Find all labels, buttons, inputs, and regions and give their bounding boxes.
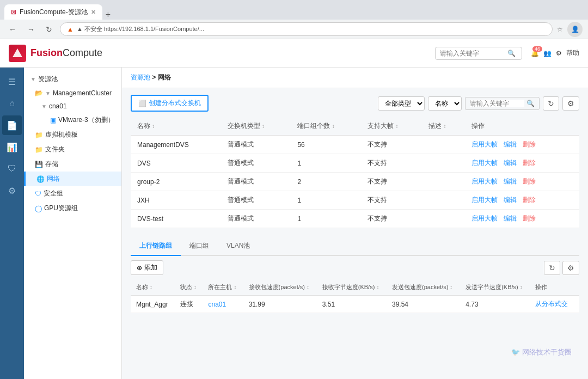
- sidebar-gear-icon[interactable]: ⚙: [2, 181, 22, 200]
- add-label: 添加: [144, 263, 157, 272]
- tab-close-button[interactable]: ✕: [91, 9, 96, 16]
- tab-uplink[interactable]: 上行链路组: [131, 237, 181, 256]
- nav-gpu[interactable]: ◯ GPU资源组: [24, 201, 121, 216]
- bcol-rx-byte: 接收字节速度(KB/s) ↕: [317, 279, 387, 296]
- nav-cna01-label: cna01: [49, 102, 67, 110]
- forward-button[interactable]: →: [24, 23, 38, 36]
- header-search-box[interactable]: 🔍: [435, 47, 522, 60]
- cell-type: 普通模式: [221, 154, 291, 173]
- breadcrumb-parent[interactable]: 资源池: [131, 74, 150, 81]
- keyword-search-box[interactable]: 🔍: [465, 97, 540, 110]
- cell-type: 普通模式: [221, 173, 291, 191]
- header-search-area: 🔍: [435, 47, 522, 60]
- nav-folder[interactable]: 📁 文件夹: [24, 142, 121, 157]
- search-magnifier-icon[interactable]: 🔍: [526, 100, 535, 107]
- settings-bottom-button[interactable]: ⚙: [562, 261, 579, 275]
- cell-ops: 启用大帧 编辑 删除: [465, 210, 579, 228]
- enable-large-frame-link[interactable]: 启用大帧: [471, 140, 498, 148]
- keyword-search-input[interactable]: [470, 100, 524, 107]
- header-search-icon[interactable]: 🔍: [507, 50, 516, 57]
- tab-title: FusionCompute-资源池: [20, 8, 88, 17]
- main-table-header: 名称 ↕ 交换机类型 ↕ 端口组个数 ↕ 支持大帧 ↕ 描述 ↕ 操作: [131, 117, 579, 136]
- host-arrow-icon: ▼: [41, 103, 47, 109]
- cell-desc: [422, 210, 465, 228]
- sort-rxbyte-icon: ↕: [376, 284, 379, 290]
- nav-storage[interactable]: 💾 存储: [24, 157, 121, 172]
- refresh-table-button[interactable]: ↻: [543, 96, 559, 111]
- delete-link[interactable]: 删除: [523, 159, 536, 167]
- delete-link[interactable]: 删除: [523, 196, 536, 204]
- back-button[interactable]: ←: [5, 23, 20, 36]
- nav-network-label: 网络: [47, 174, 60, 184]
- nav-security-group[interactable]: 🛡 安全组: [24, 186, 121, 201]
- bottom-table-body: Mgnt_Aggr 连接 cna01 31.99 3.51 39.54 4.73…: [131, 296, 579, 313]
- nav-management-cluster[interactable]: 📂 ▼ ManagementCluster: [24, 87, 121, 100]
- host-link[interactable]: cna01: [208, 301, 226, 308]
- sort-txpkt-icon: ↕: [450, 284, 452, 290]
- enable-large-frame-link[interactable]: 启用大帧: [471, 178, 498, 185]
- delete-link[interactable]: 删除: [523, 215, 536, 222]
- tab-vlan[interactable]: VLAN池: [218, 237, 259, 256]
- delete-link[interactable]: 删除: [523, 178, 536, 185]
- cell-desc: [422, 191, 465, 210]
- tab-port-group[interactable]: 端口组: [181, 237, 218, 256]
- delete-link[interactable]: 删除: [523, 140, 536, 148]
- cell-ops: 启用大帧 编辑 删除: [465, 173, 579, 191]
- header-search-input[interactable]: [440, 50, 505, 57]
- folder-icon: 📁: [35, 131, 43, 139]
- address-bar[interactable]: ▲ ▲ 不安全 https://192.168.1.1/FusionComput…: [60, 22, 553, 36]
- edit-link[interactable]: 编辑: [504, 196, 517, 204]
- cell-ports: 1: [291, 154, 361, 173]
- notification-icon-area[interactable]: 🔔 46: [531, 50, 539, 57]
- breadcrumb-current: 网络: [158, 74, 171, 81]
- edit-link[interactable]: 编辑: [504, 159, 517, 167]
- profile-button[interactable]: 👤: [567, 22, 583, 37]
- sort-name-icon: ↕: [152, 123, 155, 129]
- help-button[interactable]: 帮助: [566, 48, 579, 58]
- enable-large-frame-link[interactable]: 启用大帧: [471, 215, 498, 222]
- bookmark-button[interactable]: ☆: [557, 26, 563, 33]
- sidebar-resource-icon[interactable]: 📄: [2, 115, 22, 135]
- sidebar-shield-icon[interactable]: 🛡: [2, 159, 22, 179]
- bcol-host: 所在主机 ↕: [203, 279, 243, 296]
- bottom-table: 名称 ↕ 状态 ↕ 所在主机 ↕ 接收包速度(packet/s) ↕ 接收字节速…: [131, 279, 579, 313]
- storage-icon: 💾: [35, 161, 43, 168]
- nav-network[interactable]: 🌐 网络: [24, 172, 121, 186]
- cell-type: 普通模式: [221, 191, 291, 210]
- main-content: 资源池 > 网络 ⬜ 创建分布式交换机 全部类型: [122, 68, 588, 379]
- watermark-icon: 🐦: [511, 348, 520, 356]
- bcol-name: 名称 ↕: [131, 279, 175, 296]
- sidebar-home-icon[interactable]: ⌂: [2, 94, 22, 113]
- nav-vm-template[interactable]: 📁 虚拟机模板: [24, 127, 121, 142]
- bcell-tx-byte: 4.73: [460, 296, 530, 313]
- nav-resource-pool[interactable]: ▼ 资源池: [24, 72, 121, 87]
- enable-large-frame-link[interactable]: 启用大帧: [471, 196, 498, 204]
- enable-large-frame-link[interactable]: 启用大帧: [471, 159, 498, 167]
- settings-table-button[interactable]: ⚙: [562, 96, 579, 111]
- active-tab[interactable]: ⊠ FusionCompute-资源池 ✕: [4, 4, 102, 20]
- user-group-icon[interactable]: 👥: [543, 50, 552, 57]
- new-tab-button[interactable]: +: [102, 10, 114, 20]
- nav-vmware3[interactable]: ▣ VMware-3（勿删）: [24, 113, 121, 127]
- sidebar-menu-icon[interactable]: ☰: [2, 72, 22, 91]
- cell-ports: 56: [291, 136, 361, 154]
- edit-link[interactable]: 编辑: [504, 215, 517, 222]
- col-port-groups: 端口组个数 ↕: [291, 117, 361, 136]
- edit-link[interactable]: 编辑: [504, 178, 517, 185]
- type-filter-select[interactable]: 全部类型: [378, 96, 425, 111]
- name-filter-select[interactable]: 名称: [428, 96, 462, 111]
- settings-icon[interactable]: ⚙: [556, 50, 562, 57]
- cell-large-frame: 不支持: [361, 154, 422, 173]
- refresh-button[interactable]: ↻: [42, 23, 56, 36]
- cell-ops: 启用大帧 编辑 删除: [465, 191, 579, 210]
- sidebar-monitor-icon[interactable]: 📊: [2, 137, 22, 157]
- sort-type-icon: ↕: [262, 123, 265, 129]
- detach-link[interactable]: 从分布式交: [535, 300, 568, 308]
- create-switch-label: 创建分布式交换机: [149, 99, 201, 108]
- nav-cna01[interactable]: ▼ cna01: [24, 100, 121, 113]
- refresh-bottom-button[interactable]: ↻: [544, 261, 560, 275]
- add-button[interactable]: ⊕ 添加: [131, 260, 163, 275]
- nav-vm-template-label: 虚拟机模板: [45, 130, 78, 139]
- create-switch-button[interactable]: ⬜ 创建分布式交换机: [131, 95, 209, 112]
- edit-link[interactable]: 编辑: [504, 140, 517, 148]
